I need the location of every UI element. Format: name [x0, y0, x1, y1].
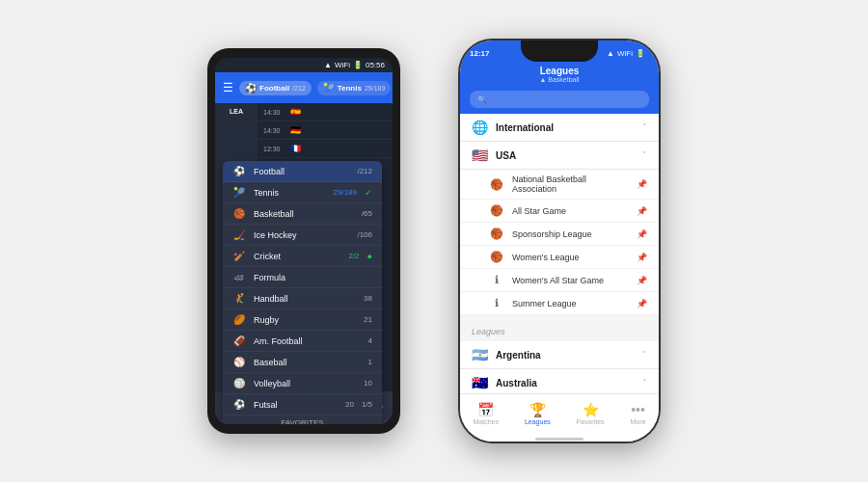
search-icon: 🔍: [477, 95, 487, 104]
international-chevron: ˅: [642, 122, 647, 132]
ios-international-section[interactable]: 🌐 International ˅: [460, 114, 659, 142]
dropdown-cricket[interactable]: 🏏 Cricket 2/2 ●: [223, 246, 382, 267]
tennis-menu-icon: 🎾: [232, 187, 246, 198]
android-wifi-icon: WiFi: [335, 61, 350, 69]
usa-chevron: ˅: [642, 150, 647, 160]
leagues-nav-icon: 🏆: [529, 402, 546, 417]
favorites-nav-icon: ⭐: [583, 402, 599, 417]
favorites-label: FAVORITES: [223, 415, 382, 424]
dropdown-rugby[interactable]: 🏉 Rugby 21: [223, 309, 382, 331]
scene: ▲ WiFi 🔋 05:56 ☰ ⚽ Football /212 🎾 Tenni…: [207, 39, 661, 443]
lea-label: LEA: [228, 103, 245, 120]
ios-nav-matches[interactable]: 📅 Matches: [473, 402, 498, 425]
football-tab[interactable]: ⚽ Football /212: [239, 81, 312, 95]
argentina-flag: 🇦🇷: [472, 347, 488, 362]
ios-sponsorship-item[interactable]: 🏀 Sponsorship League 📌: [460, 223, 659, 246]
ios-notch: [521, 40, 598, 62]
ios-battery-icon: 🔋: [636, 49, 645, 58]
usa-label: USA: [496, 150, 635, 161]
dropdown-tennis[interactable]: 🎾 Tennis 29/189 ✓: [223, 182, 382, 203]
android-phone: ▲ WiFi 🔋 05:56 ☰ ⚽ Football /212 🎾 Tenni…: [207, 48, 400, 434]
womens-allstar-pin-icon[interactable]: 📌: [637, 276, 647, 285]
handball-menu-icon: 🤾: [232, 293, 246, 304]
dropdown-formula[interactable]: 🏎 Formula: [223, 267, 382, 288]
ios-nav-favorites[interactable]: ⭐ Favorites: [577, 402, 605, 425]
ios-status-icons: ▲ WiFi 🔋: [607, 49, 645, 58]
rugby-menu-icon: 🏉: [232, 314, 246, 325]
ios-header-sub: ▲ Basketball: [470, 76, 649, 83]
ios-argentina-item[interactable]: 🇦🇷 Argentina ˅: [460, 341, 659, 369]
baseball-menu-icon: ⚾: [232, 357, 246, 367]
ios-screen: 12:17 ▲ WiFi 🔋 Leagues ▲ Basketball 🔍: [460, 40, 659, 442]
ios-time: 12:17: [470, 49, 489, 58]
australia-flag: 🇦🇺: [472, 375, 488, 390]
nba-icon: 🏀: [489, 178, 504, 191]
leagues-label: Leagues: [472, 327, 505, 336]
ios-search-input[interactable]: 🔍: [470, 91, 649, 108]
dropdown-futsal[interactable]: ⚽ Futsal 20 1/5: [223, 394, 382, 415]
allstar-icon: 🏀: [489, 204, 504, 217]
ios-australia-item[interactable]: 🇦🇺 Australia ˅: [460, 369, 659, 393]
icehockey-menu-icon: 🏒: [232, 229, 246, 240]
ios-bottom-nav: 📅 Matches 🏆 Leagues ⭐ Favorites ••• More: [460, 393, 659, 436]
android-screen: ▲ WiFi 🔋 05:56 ☰ ⚽ Football /212 🎾 Tenni…: [215, 58, 393, 424]
android-signal-icon: ▲: [324, 61, 332, 69]
dropdown-icehockey[interactable]: 🏒 Ice Hockey /106: [223, 225, 382, 246]
live-dot: ●: [367, 252, 372, 261]
ios-list: 🌐 International ˅ 🇺🇸 USA ˅ 🏀 National Ba…: [460, 114, 659, 393]
sponsorship-pin-icon[interactable]: 📌: [637, 229, 647, 239]
futsal-menu-icon: ⚽: [232, 399, 246, 410]
ios-usa-section[interactable]: 🇺🇸 USA ˅: [460, 142, 659, 170]
sponsorship-icon: 🏀: [489, 228, 504, 240]
ios-header-title: Leagues: [470, 66, 649, 76]
australia-chevron: ˅: [642, 378, 647, 388]
ios-phone: 12:17 ▲ WiFi 🔋 Leagues ▲ Basketball 🔍: [458, 39, 661, 443]
ios-nba-item[interactable]: 🏀 National Basketball Association 📌: [460, 170, 659, 200]
nba-pin-icon[interactable]: 📌: [637, 179, 647, 189]
dropdown-handball[interactable]: 🤾 Handball 38: [223, 288, 382, 309]
ios-summer-item[interactable]: ℹ Summer League 📌: [460, 292, 659, 315]
allstar-pin-icon[interactable]: 📌: [637, 206, 647, 216]
dropdown-basketball[interactable]: 🏀 Basketball /65: [223, 203, 382, 225]
argentina-chevron: ˅: [642, 350, 647, 360]
home-bar: [535, 438, 583, 441]
usa-flag: 🇺🇸: [472, 147, 488, 163]
ios-header: Leagues ▲ Basketball: [460, 62, 659, 87]
dropdown-amfootball[interactable]: 🏈 Am. Football 4: [223, 331, 382, 352]
summer-pin-icon[interactable]: 📌: [637, 299, 647, 308]
android-time: 05:56: [366, 61, 385, 69]
formula-menu-icon: 🏎: [232, 272, 246, 282]
international-label: International: [496, 122, 635, 133]
dropdown-baseball[interactable]: ⚾ Baseball 1: [223, 352, 382, 373]
match-row: 12:30 🇫🇷: [258, 140, 393, 158]
dropdown-volleyball[interactable]: 🏐 Volleyball 10: [223, 373, 382, 394]
ios-wifi-icon: WiFi: [617, 49, 633, 58]
spain-flag: 🇪🇸: [290, 107, 301, 117]
android-status-bar: ▲ WiFi 🔋 05:56: [215, 58, 393, 72]
matches-nav-icon: 📅: [477, 402, 494, 417]
womens-pin-icon[interactable]: 📌: [637, 253, 647, 262]
amfootball-menu-icon: 🏈: [232, 335, 246, 346]
android-battery-icon: 🔋: [353, 61, 363, 69]
tennis-tab[interactable]: 🎾 Tennis 29/189: [317, 81, 392, 95]
android-top-bar: ☰ ⚽ Football /212 🎾 Tennis 29/189 🕐 📅: [215, 72, 393, 103]
ios-leagues-header: Leagues: [460, 315, 659, 341]
ios-allstar-item[interactable]: 🏀 All Star Game 📌: [460, 200, 659, 223]
germany-flag: 🇩🇪: [290, 125, 301, 135]
international-flag: 🌐: [472, 120, 488, 135]
womens-icon: 🏀: [489, 251, 504, 263]
basketball-menu-icon: 🏀: [232, 208, 246, 219]
ios-womens-item[interactable]: 🏀 Women's League 📌: [460, 246, 659, 269]
android-main: LEA ⚽ Football /212 🎾 Tennis 29/189 ✓: [215, 103, 393, 391]
tennis-check-icon: ✓: [365, 188, 372, 198]
dropdown-football[interactable]: ⚽ Football /212: [223, 161, 382, 182]
france-flag: 🇫🇷: [290, 144, 301, 153]
menu-icon[interactable]: ☰: [223, 81, 233, 94]
sports-dropdown: ⚽ Football /212 🎾 Tennis 29/189 ✓ 🏀 Bask…: [223, 161, 382, 424]
match-row: 14:30 🇪🇸: [258, 103, 393, 121]
ios-nav-more[interactable]: ••• More: [631, 402, 646, 425]
ios-womens-allstar-item[interactable]: ℹ Women's All Star Game 📌: [460, 269, 659, 292]
volleyball-menu-icon: 🏐: [232, 378, 246, 388]
ios-nav-leagues[interactable]: 🏆 Leagues: [525, 402, 551, 425]
ios-search-bar: 🔍: [460, 87, 659, 114]
